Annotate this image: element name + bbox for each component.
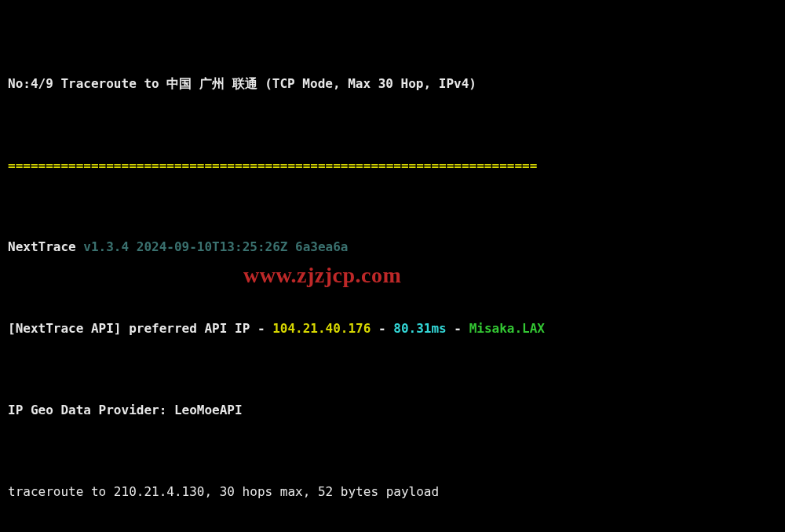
api-tag: [NextTrace API] bbox=[8, 321, 122, 336]
api-sep2: - bbox=[447, 321, 469, 336]
rule-line: ========================================… bbox=[8, 158, 777, 174]
program-name: NextTrace bbox=[8, 239, 76, 254]
api-host: Misaka.LAX bbox=[469, 321, 545, 336]
api-mid: preferred API IP - bbox=[122, 321, 273, 336]
version-line: NextTrace v1.3.4 2024-09-10T13:25:26Z 6a… bbox=[8, 239, 777, 256]
title-prefix: No:4/9 Traceroute to bbox=[8, 76, 166, 91]
title-target: 中国 广州 联通 bbox=[166, 76, 257, 91]
api-sep1: - bbox=[371, 321, 393, 336]
geo-provider: IP Geo Data Provider: LeoMoeAPI bbox=[8, 403, 777, 419]
traceroute-line: traceroute to 210.21.4.130, 30 hops max,… bbox=[8, 484, 777, 501]
api-ms: 80.31ms bbox=[393, 321, 446, 336]
title-suffix: (TCP Mode, Max 30 Hop, IPv4) bbox=[257, 76, 476, 91]
title-line: No:4/9 Traceroute to 中国 广州 联通 (TCP Mode,… bbox=[8, 76, 777, 93]
api-ip: 104.21.40.176 bbox=[272, 321, 371, 336]
terminal-screen: No:4/9 Traceroute to 中国 广州 联通 (TCP Mode,… bbox=[0, 0, 785, 532]
watermark: www.zjzjcp.com bbox=[243, 261, 401, 290]
version-text: v1.3.4 2024-09-10T13:25:26Z 6a3ea6a bbox=[76, 239, 349, 254]
api-line: [NextTrace API] preferred API IP - 104.2… bbox=[8, 321, 777, 337]
